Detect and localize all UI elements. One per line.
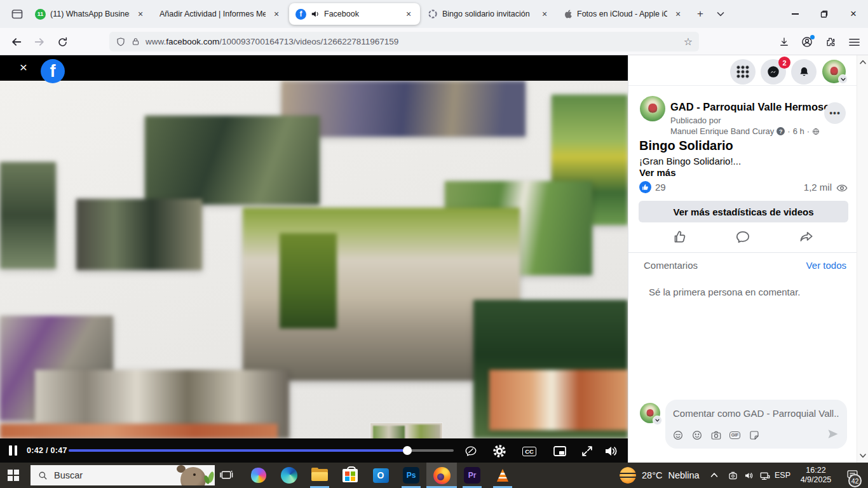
bookmark-star-icon[interactable]: ☆ [684, 36, 693, 48]
sticker-button[interactable] [748, 429, 760, 441]
scroll-down-icon[interactable] [859, 452, 867, 459]
profile-chevron-icon[interactable] [838, 74, 848, 84]
taskbar-outlook-button[interactable]: O [365, 463, 396, 488]
comment-button[interactable] [735, 229, 751, 245]
video-stats-button[interactable]: Ver más estadísticas de videos [639, 201, 848, 222]
reload-button[interactable] [54, 34, 71, 50]
camera-tray-icon[interactable] [728, 470, 738, 481]
page-name[interactable]: GAD - Parroquial Valle Hermoso [670, 101, 830, 113]
settings-button[interactable] [491, 443, 508, 459]
tab-list-button[interactable] [710, 4, 731, 24]
post-actions-row [628, 224, 857, 250]
tab-facebook-active[interactable]: f Facebook × [289, 3, 420, 25]
fullscreen-button[interactable] [579, 443, 595, 459]
progress-scrubber[interactable] [403, 446, 412, 455]
extensions-button[interactable] [822, 34, 839, 50]
send-comment-button[interactable] [827, 428, 839, 440]
tab-icloud[interactable]: Fotos en iCloud - Apple iClou × [557, 3, 689, 25]
scroll-up-icon[interactable] [859, 58, 867, 66]
taskbar-copilot-button[interactable] [243, 463, 274, 488]
facebook-logo[interactable]: f [41, 59, 65, 83]
comment-composer: Comentar como GAD - Parroquial Vall... G… [628, 398, 857, 456]
language-indicator[interactable]: ESP [775, 471, 790, 480]
comments-disabled-button[interactable] [463, 443, 479, 459]
tab-close-button[interactable]: × [672, 8, 684, 20]
firefox-view-button[interactable] [6, 4, 28, 24]
time-ago[interactable]: 6 h [793, 126, 804, 136]
share-button[interactable] [798, 229, 815, 245]
tab-close-button[interactable]: × [538, 8, 551, 20]
taskbar-photoshop-button[interactable]: Ps [396, 463, 426, 488]
gif-button[interactable]: GIF [729, 429, 741, 441]
notifications-button[interactable] [791, 59, 817, 85]
new-tab-button[interactable]: + [690, 4, 710, 24]
taskbar-firefox-button[interactable] [426, 463, 457, 488]
forward-button[interactable] [31, 34, 48, 50]
page-scrollbar[interactable] [857, 55, 868, 463]
window-close-button[interactable]: × [839, 0, 868, 28]
tab-audio-icon[interactable] [311, 10, 320, 18]
tab-close-button[interactable]: × [402, 8, 415, 20]
taskbar-search-box[interactable]: Buscar [31, 465, 215, 485]
account-button[interactable] [799, 34, 815, 50]
taskbar-explorer-button[interactable] [304, 463, 335, 488]
video-player[interactable]: × f [0, 55, 628, 463]
video-close-button[interactable]: × [17, 60, 31, 74]
tab-whatsapp[interactable]: 11 (11) WhatsApp Business × [29, 3, 152, 25]
menu-button[interactable] [846, 34, 862, 50]
captions-button[interactable]: CC [521, 443, 538, 459]
start-button[interactable] [8, 470, 19, 481]
like-count[interactable]: 29 [655, 182, 666, 193]
tracking-shield-icon[interactable] [116, 37, 126, 47]
volume-button[interactable] [602, 443, 619, 459]
facebook-sidebar: 2 GAD - Parroquial Valle Hermoso Publica… [628, 55, 857, 463]
video-title: Bingo Solidario [639, 139, 733, 153]
url-bar[interactable]: www.facebook.com/100093700164713/videos/… [109, 32, 699, 51]
progress-fill [69, 449, 407, 452]
volume-tray-icon[interactable] [743, 470, 754, 481]
search-placeholder: Buscar [54, 470, 83, 480]
pip-button[interactable] [552, 443, 568, 459]
lock-icon[interactable] [131, 37, 140, 46]
comment-input[interactable]: Comentar como GAD - Parroquial Vall... G… [665, 400, 847, 449]
weather-widget[interactable]: 28°C Neblina [620, 463, 700, 488]
back-button[interactable] [8, 34, 25, 50]
post-page-avatar[interactable] [640, 96, 665, 121]
search-highlight-image[interactable] [165, 465, 215, 485]
taskbar-edge-button[interactable] [274, 463, 304, 488]
window-minimize-button[interactable] [780, 0, 810, 28]
like-reaction-icon[interactable] [639, 181, 651, 193]
see-more-link[interactable]: Ver más [639, 167, 676, 178]
author-name[interactable]: Manuel Enrique Band Curay [670, 126, 774, 136]
network-tray-icon[interactable] [759, 470, 771, 482]
like-button[interactable] [671, 229, 688, 245]
comments-header: Comentarios [644, 260, 698, 271]
premiere-icon: Pr [464, 467, 480, 484]
author-row: Manuel Enrique Band Curay ? · 6 h · [670, 126, 820, 136]
downloads-button[interactable] [776, 34, 792, 50]
apps-grid-button[interactable] [730, 59, 756, 85]
task-view-button[interactable] [220, 468, 233, 482]
tab-informes[interactable]: Añadir Actividad | Informes Mens × [153, 3, 288, 25]
tray-expand-button[interactable] [709, 470, 719, 480]
video-canvas[interactable]: 0:41 [0, 81, 628, 438]
pause-button[interactable] [9, 445, 17, 456]
question-icon[interactable]: ? [776, 127, 785, 135]
taskbar-store-button[interactable] [335, 463, 365, 488]
camera-button[interactable] [710, 429, 722, 441]
composer-avatar-chevron-icon[interactable] [653, 416, 662, 425]
emoji-button[interactable] [691, 429, 703, 441]
window-maximize-button[interactable] [810, 0, 839, 28]
tab-bingo[interactable]: Bingo solidario invitación × [421, 3, 556, 25]
taskbar-clock[interactable]: 16:22 4/9/2025 [793, 466, 839, 485]
avatar-sticker-button[interactable] [672, 429, 684, 441]
post-more-button[interactable]: ••• [824, 102, 846, 124]
url-text[interactable]: www.facebook.com/100093700164713/videos/… [146, 37, 679, 46]
see-all-comments-link[interactable]: Ver todos [806, 260, 846, 271]
progress-bar[interactable] [69, 449, 454, 452]
tab-close-button[interactable]: × [270, 8, 283, 20]
taskbar-premiere-button[interactable]: Pr [457, 463, 487, 488]
tab-close-button[interactable]: × [134, 8, 147, 20]
composer-avatar[interactable] [640, 403, 660, 423]
taskbar-vlc-button[interactable] [487, 463, 518, 488]
